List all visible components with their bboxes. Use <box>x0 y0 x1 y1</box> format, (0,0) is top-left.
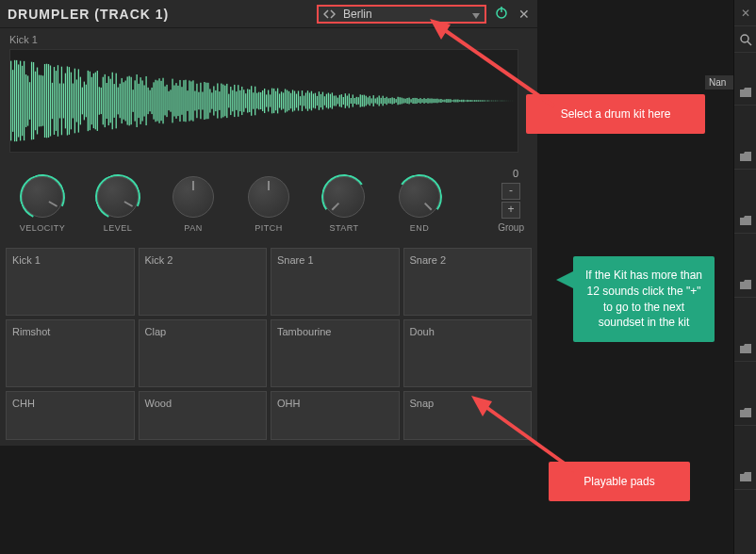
knob-level[interactable]: LEVEL <box>85 176 151 233</box>
svg-rect-98 <box>190 81 191 120</box>
svg-rect-198 <box>379 95 380 106</box>
svg-line-274 <box>439 26 554 106</box>
preset-prev-next-icon[interactable] <box>319 9 339 19</box>
svg-rect-14 <box>33 62 34 139</box>
arrow-icon <box>422 17 564 111</box>
pad[interactable]: Clap <box>139 319 268 387</box>
svg-rect-137 <box>264 89 265 113</box>
pad[interactable]: CHH <box>6 391 135 440</box>
svg-rect-106 <box>205 83 206 120</box>
svg-rect-141 <box>271 89 272 114</box>
svg-rect-157 <box>302 90 303 111</box>
folder-icon[interactable] <box>734 399 756 426</box>
svg-rect-40 <box>82 88 83 115</box>
svg-rect-109 <box>211 92 212 108</box>
svg-rect-54 <box>108 76 109 125</box>
svg-rect-169 <box>324 96 325 106</box>
folder-icon[interactable] <box>734 79 756 106</box>
svg-rect-114 <box>221 84 222 119</box>
browser-panel: ✕ <box>733 0 756 554</box>
svg-rect-163 <box>313 93 314 107</box>
svg-rect-204 <box>390 98 391 104</box>
svg-rect-71 <box>140 77 140 124</box>
svg-rect-86 <box>168 91 169 110</box>
svg-rect-135 <box>260 92 261 109</box>
svg-rect-49 <box>99 87 100 115</box>
svg-rect-53 <box>107 83 107 119</box>
svg-rect-128 <box>247 89 248 112</box>
svg-rect-21 <box>46 64 47 138</box>
svg-rect-212 <box>404 99 405 104</box>
group-minus-button[interactable]: - <box>501 183 520 200</box>
knob-pitch[interactable]: PITCH <box>236 176 302 233</box>
folder-icon[interactable] <box>734 464 756 490</box>
svg-rect-173 <box>332 92 333 108</box>
folder-icon[interactable] <box>734 271 756 298</box>
knob-start[interactable]: START <box>311 176 377 233</box>
svg-rect-55 <box>110 79 111 123</box>
svg-rect-113 <box>219 91 220 110</box>
svg-rect-154 <box>296 94 297 108</box>
svg-rect-41 <box>84 82 85 121</box>
svg-rect-133 <box>256 93 257 109</box>
svg-rect-59 <box>118 88 119 115</box>
svg-rect-199 <box>381 98 382 104</box>
search-icon[interactable] <box>734 26 756 53</box>
svg-rect-130 <box>251 86 252 116</box>
svg-rect-7 <box>20 61 21 141</box>
svg-rect-47 <box>95 73 96 130</box>
svg-rect-81 <box>158 78 159 123</box>
svg-rect-217 <box>414 98 415 104</box>
pad[interactable]: Kick 2 <box>139 248 268 316</box>
svg-rect-22 <box>48 64 49 138</box>
folder-icon[interactable] <box>734 335 756 362</box>
svg-rect-38 <box>78 69 79 132</box>
svg-rect-202 <box>386 97 387 105</box>
svg-rect-194 <box>371 98 372 103</box>
svg-rect-125 <box>241 87 242 115</box>
pad[interactable]: Rimshot <box>6 319 135 387</box>
svg-rect-200 <box>383 96 384 106</box>
svg-rect-107 <box>207 83 208 119</box>
svg-rect-190 <box>364 95 365 107</box>
svg-rect-118 <box>228 94 229 108</box>
svg-marker-277 <box>471 396 492 416</box>
svg-rect-159 <box>305 92 306 108</box>
folder-icon[interactable] <box>734 143 756 170</box>
svg-rect-201 <box>385 98 386 104</box>
group-plus-button[interactable]: + <box>501 202 520 219</box>
svg-rect-43 <box>88 71 89 131</box>
pad[interactable]: Tambourine <box>271 319 400 387</box>
pad[interactable]: Kick 1 <box>6 248 135 316</box>
svg-rect-51 <box>103 77 104 125</box>
svg-rect-77 <box>151 88 152 114</box>
knob-pan[interactable]: PAN <box>160 176 226 233</box>
svg-rect-172 <box>330 94 331 108</box>
folder-icon[interactable] <box>734 207 756 234</box>
svg-rect-167 <box>320 94 321 107</box>
pad[interactable]: OHH <box>271 391 400 440</box>
svg-rect-181 <box>347 96 348 106</box>
svg-rect-127 <box>245 93 246 108</box>
close-panel-icon[interactable]: ✕ <box>734 0 756 26</box>
svg-rect-67 <box>133 90 134 112</box>
svg-rect-170 <box>326 94 327 108</box>
svg-rect-42 <box>86 85 87 118</box>
pad[interactable]: Snare 1 <box>271 248 400 316</box>
pad[interactable]: Wood <box>139 391 268 440</box>
knob-end[interactable]: END <box>386 176 452 233</box>
svg-rect-185 <box>354 98 355 104</box>
svg-rect-69 <box>137 74 138 127</box>
svg-rect-34 <box>71 73 72 130</box>
svg-rect-99 <box>192 80 193 121</box>
svg-rect-117 <box>226 84 227 118</box>
browser-column-header: Nan <box>705 75 733 90</box>
svg-rect-123 <box>238 85 238 117</box>
pad[interactable]: Snare 2 <box>403 248 533 316</box>
knob-row: VELOCITY LEVEL PAN PITCH START END 0 - +… <box>0 158 537 242</box>
svg-rect-192 <box>368 97 369 104</box>
svg-rect-92 <box>179 80 180 122</box>
svg-rect-220 <box>419 98 420 104</box>
knob-velocity[interactable]: VELOCITY <box>9 176 75 233</box>
svg-rect-145 <box>279 93 280 107</box>
